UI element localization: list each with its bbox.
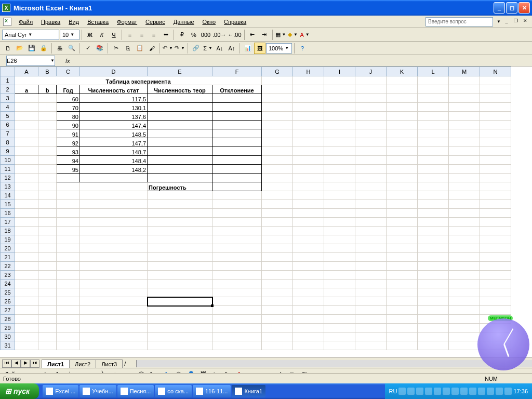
decrease-decimal-button[interactable]: ←.00 [227,29,242,41]
cell-E25[interactable] [148,288,212,297]
tray-icon[interactable] [398,388,406,395]
cell-L31[interactable] [418,341,449,350]
cell-I3[interactable] [324,94,355,103]
cell-L23[interactable] [418,271,449,280]
cell-D28[interactable] [80,315,148,324]
fill-color-button[interactable]: ◆▼ [287,29,299,41]
cell-H4[interactable] [293,103,324,112]
cell-M3[interactable] [449,94,480,103]
row-header-8[interactable]: 8 [1,138,15,147]
cell-M17[interactable] [449,218,480,227]
cell-K30[interactable] [387,332,418,341]
col-header-K[interactable]: K [387,67,418,76]
cell-E17[interactable] [148,218,212,227]
cell-G26[interactable] [262,297,293,306]
row-header-17[interactable]: 17 [1,218,15,227]
redo-button[interactable]: ↷▼ [174,43,185,54]
cell-I23[interactable] [324,271,355,280]
cell-L5[interactable] [418,112,449,121]
menu-tools[interactable]: Сервис [141,18,169,26]
cell-G15[interactable] [262,200,293,209]
cell-B26[interactable] [38,297,57,306]
italic-button[interactable]: К [96,29,108,41]
cell-K16[interactable] [387,209,418,218]
font-color-button[interactable]: A▼ [299,29,311,41]
cell-A24[interactable] [15,280,38,288]
cell-C15[interactable] [57,200,80,209]
cell-M11[interactable] [449,165,480,174]
cell-J24[interactable] [355,280,387,288]
bold-button[interactable]: Ж [84,29,96,41]
cell-H2[interactable] [293,85,324,94]
cell-B24[interactable] [38,280,57,288]
row-header-9[interactable]: 9 [1,147,15,156]
cell-I6[interactable] [324,121,355,129]
cell-J25[interactable] [355,288,387,297]
cell-M31[interactable] [449,341,480,350]
paste-button[interactable]: 📋 [134,43,145,54]
cell-B20[interactable] [38,244,57,253]
tray-icon[interactable] [460,388,468,395]
cell-A15[interactable] [15,200,38,209]
cell-F26[interactable] [212,297,262,306]
cell-L1[interactable] [418,76,449,85]
cell-L6[interactable] [418,121,449,129]
cell-I16[interactable] [324,209,355,218]
currency-button[interactable]: ₽ [176,29,188,41]
cell-B14[interactable] [38,191,57,200]
cell-G17[interactable] [262,218,293,227]
cell-H24[interactable] [293,280,324,288]
cell-H1[interactable] [293,76,324,85]
permissions-button[interactable]: 🔒 [38,43,49,54]
autosum-button[interactable]: Σ▼ [202,43,214,54]
tray-icon[interactable] [496,388,503,395]
cell-F3[interactable] [212,94,262,103]
cell-F5[interactable] [212,112,262,121]
cell-D16[interactable] [80,209,148,218]
cell-C11[interactable]: 95 [57,165,80,174]
undo-button[interactable]: ↶▼ [162,43,174,54]
cell-N4[interactable] [480,103,511,112]
cell-G20[interactable] [262,244,293,253]
cell-F9[interactable] [212,147,262,156]
cell-E28[interactable] [148,315,212,324]
cell-J27[interactable] [355,306,387,315]
cell-G29[interactable] [262,324,293,332]
cell-A20[interactable] [15,244,38,253]
col-header-D[interactable]: D [80,67,148,76]
merge-center-button[interactable]: ⬌ [160,29,171,41]
cell-J9[interactable] [355,147,387,156]
cell-I22[interactable] [324,262,355,271]
cell-I25[interactable] [324,288,355,297]
align-center-button[interactable]: ≡ [136,29,148,41]
cell-F24[interactable] [212,280,262,288]
cell-F12[interactable] [212,174,262,182]
cell-B28[interactable] [38,315,57,324]
cell-D8[interactable]: 147,7 [80,138,148,147]
cell-N2[interactable] [480,85,511,94]
menu-window[interactable]: Окно [198,18,220,26]
cell-I27[interactable] [324,306,355,315]
cell-N14[interactable] [480,191,511,200]
comma-style-button[interactable]: 000 [200,29,211,41]
cell-F2[interactable]: Отклонение [212,85,262,94]
cell-J11[interactable] [355,165,387,174]
cell-K23[interactable] [387,271,418,280]
tray-icon[interactable] [416,388,423,395]
cell-H31[interactable] [293,341,324,350]
borders-button[interactable]: ▦▼ [275,29,287,41]
system-tray[interactable]: RU 17:36 [385,383,532,399]
cell-I28[interactable] [324,315,355,324]
cell-C13[interactable] [57,182,80,191]
cell-B18[interactable] [38,227,57,235]
cell-L4[interactable] [418,103,449,112]
cell-F10[interactable] [212,156,262,165]
cell-F11[interactable] [212,165,262,174]
cell-L29[interactable] [418,324,449,332]
cell-M24[interactable] [449,280,480,288]
col-header-L[interactable]: L [418,67,449,76]
cell-F20[interactable] [212,244,262,253]
cell-B13[interactable] [38,182,57,191]
cell-E20[interactable] [148,244,212,253]
cell-E19[interactable] [148,235,212,244]
